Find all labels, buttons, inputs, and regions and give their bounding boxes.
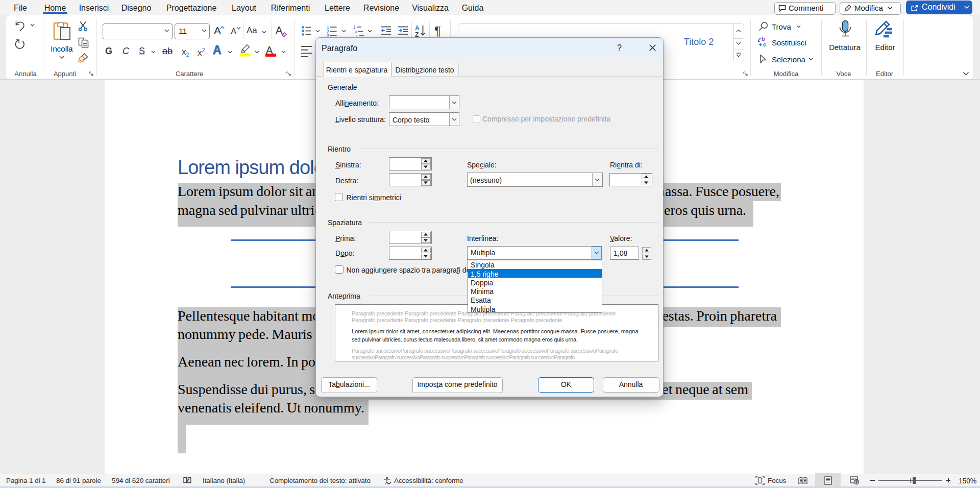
svg-text:c: c <box>763 41 766 47</box>
svg-text:A: A <box>415 25 420 32</box>
